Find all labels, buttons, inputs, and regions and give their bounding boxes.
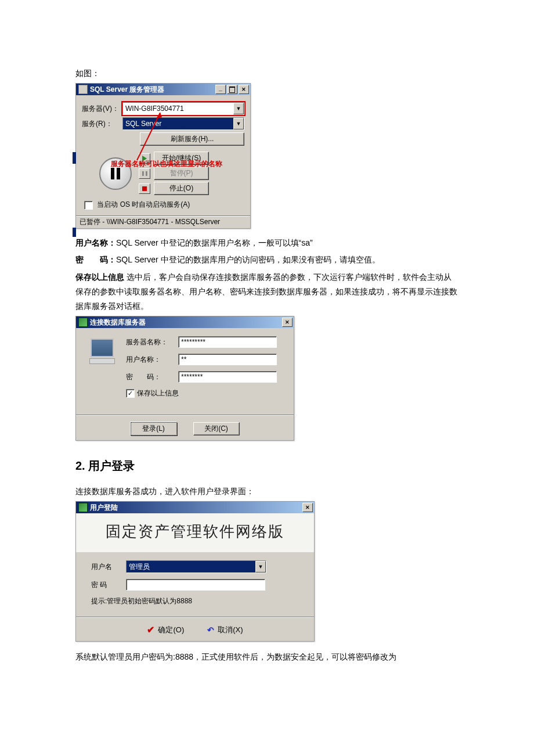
username-input[interactable]: [127, 561, 255, 573]
save-info-checkbox[interactable]: ✓: [126, 389, 135, 398]
pause-icon: [139, 168, 150, 179]
window-title: SQL Server 服务管理器: [90, 85, 214, 95]
save-info-label: 保存以上信息: [75, 272, 124, 282]
server-combo[interactable]: ▼: [122, 102, 244, 115]
chevron-down-icon[interactable]: ▼: [255, 561, 266, 573]
close-button[interactable]: [282, 318, 293, 327]
server-input[interactable]: [123, 103, 233, 114]
service-status-icon: [99, 157, 132, 190]
username-label: 用户名称：: [75, 238, 116, 247]
user-login-dialog: 用户登陆 固定资产管理软件网络版 用户名 ▼ 密 码 提示:管理员初始密码默认为…: [75, 501, 315, 642]
app-icon: [78, 85, 88, 94]
chevron-down-icon[interactable]: ▼: [233, 118, 244, 129]
computer-icon: [90, 339, 114, 366]
save-info-label: 保存以上信息: [137, 388, 179, 398]
stop-button[interactable]: 停止(O): [154, 182, 209, 195]
decoration-bar: [73, 228, 76, 237]
window-title: 用户登陆: [90, 503, 301, 513]
play-icon[interactable]: [139, 153, 150, 164]
titlebar: SQL Server 服务管理器: [76, 84, 250, 95]
connect-db-server-dialog: 连接数据库服务器 服务器名称： 用户名称：: [75, 316, 294, 441]
server-name-label: 服务器名称：: [126, 337, 178, 347]
paragraph: 连接数据库服务器成功，进入软件用户登录界面：: [75, 484, 459, 499]
username-label: 用户名: [91, 562, 126, 572]
cancel-label: 取消(X): [218, 625, 243, 635]
username-input[interactable]: [178, 354, 277, 365]
window-title: 连接数据库服务器: [90, 318, 281, 327]
undo-icon: ↶: [207, 625, 214, 635]
save-info-desc: 选中后，客户会自动保存连接数据库服务器的参数，下次运行客户端软件时，软件会主动从…: [75, 272, 457, 311]
check-icon: ✔: [147, 624, 154, 635]
paragraph: 系统默认管理员用户密码为:8888，正式使用软件后，为数据安全起见，可以将密码修…: [75, 650, 459, 664]
sql-server-manager-dialog: SQL Server 服务管理器 服务器(V)： ▼ 服务(R)： ▼: [75, 83, 251, 229]
close-button[interactable]: 关闭(C): [193, 422, 240, 435]
banner-title: 固定资产管理软件网络版: [76, 513, 314, 552]
username-desc: SQL Server 中登记的数据库用户名称，一般可以填“sa”: [116, 238, 313, 247]
decoration-bar: [73, 152, 76, 164]
server-name-input[interactable]: [178, 336, 277, 348]
paragraph: 用户名称：SQL Server 中登记的数据库用户名称，一般可以填“sa”: [75, 236, 459, 250]
close-button[interactable]: [302, 503, 313, 512]
chevron-down-icon[interactable]: ▼: [233, 103, 244, 114]
close-button[interactable]: [239, 85, 249, 94]
ok-label: 确定(O): [158, 625, 184, 635]
password-input[interactable]: [178, 371, 277, 383]
service-combo[interactable]: ▼: [122, 117, 244, 130]
server-label: 服务器(V)：: [82, 104, 122, 114]
refresh-services-button[interactable]: 刷新服务(H)...: [140, 132, 244, 146]
maximize-button[interactable]: [227, 85, 237, 94]
cancel-button[interactable]: ↶ 取消(X): [207, 624, 243, 635]
pause-button: 暂停(P): [154, 167, 209, 180]
paragraph: 保存以上信息 选中后，客户会自动保存连接数据库服务器的参数，下次运行客户端软件时…: [75, 270, 459, 314]
fig-label: 如图：: [75, 66, 459, 81]
service-label: 服务(R)：: [82, 119, 122, 129]
start-button[interactable]: 开始/继续(S): [154, 152, 209, 165]
username-combo[interactable]: ▼: [126, 560, 266, 573]
minimize-button[interactable]: [215, 85, 226, 94]
password-desc: SQL Server 中登记的数据库用户的访问密码，如果没有密码，请填空值。: [116, 255, 380, 264]
password-label: 密 码：: [126, 372, 178, 382]
password-label: 密 码: [91, 580, 126, 590]
autostart-checkbox[interactable]: [84, 201, 93, 210]
password-hint: 提示:管理员初始密码默认为8888: [91, 596, 299, 606]
titlebar: 用户登陆: [76, 502, 314, 513]
service-input[interactable]: [123, 118, 233, 129]
username-label: 用户名称：: [126, 355, 178, 365]
app-icon: [78, 503, 88, 512]
password-input[interactable]: [126, 579, 265, 591]
password-label: 密 码：: [75, 255, 116, 264]
titlebar: 连接数据库服务器: [76, 316, 294, 328]
section-heading: 2. 用户登录: [75, 458, 459, 474]
status-bar: 已暂停 - \\WIN-G8IF3504771 - MSSQLServer: [76, 215, 250, 228]
login-button[interactable]: 登录(L): [131, 422, 177, 435]
stop-icon[interactable]: [139, 183, 150, 194]
paragraph: 密 码：SQL Server 中登记的数据库用户的访问密码，如果没有密码，请填空…: [75, 253, 459, 267]
ok-button[interactable]: ✔ 确定(O): [147, 624, 184, 635]
app-icon: [78, 318, 88, 327]
autostart-label: 当启动 OS 时自动启动服务(A): [97, 200, 190, 208]
